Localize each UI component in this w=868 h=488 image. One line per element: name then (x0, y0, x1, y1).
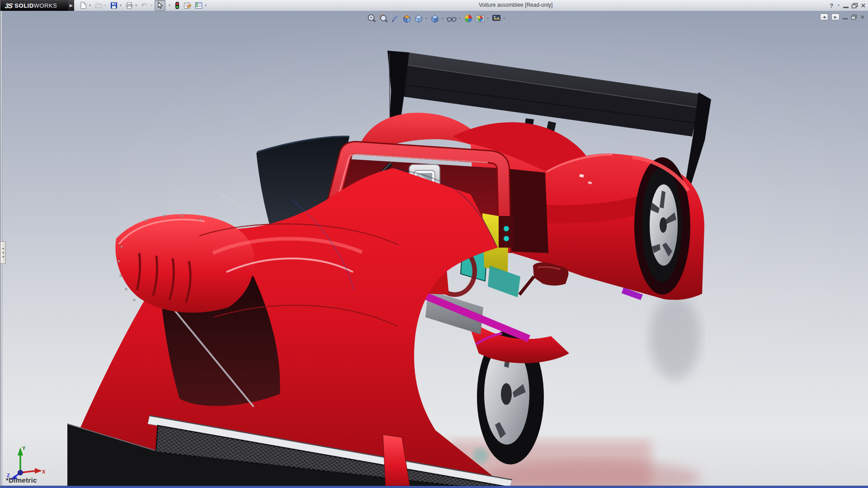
document-window-controls: ◀ ▶ ✕ (820, 14, 865, 20)
undo-button[interactable]: ▾ (139, 0, 155, 11)
options-checklist-icon (194, 1, 203, 9)
help-button[interactable]: ? (830, 2, 833, 9)
print-button[interactable]: ▾ (124, 0, 139, 11)
view-settings-caret-icon[interactable]: ▾ (502, 17, 506, 20)
options-dropdown-caret-icon[interactable]: ▾ (204, 4, 208, 7)
triad-y-label: Y (22, 446, 26, 451)
select-arrow-icon (156, 1, 164, 9)
save-dropdown-caret-icon[interactable]: ▾ (119, 4, 123, 7)
display-style-icon (430, 14, 440, 23)
zoom-to-fit-icon (367, 14, 377, 23)
main-toolbar: ▾ ▾ ▾ ▾ ▾ ▾ (78, 0, 209, 11)
solidworks-window: 3S SOLIDWORKS ▶ ▾ ▾ ▾ ▾ ▾ (0, 0, 868, 488)
apply-scene-icon (475, 14, 485, 23)
view-orientation-caret-icon[interactable]: ▾ (425, 17, 428, 20)
feature-pane-splitter-tab[interactable]: ◂ ◂ ◂ (0, 241, 6, 264)
collapse-pane-right-button[interactable]: ▶ (831, 14, 840, 20)
zoom-to-area-icon (378, 14, 388, 23)
hide-show-caret-icon[interactable]: ▾ (458, 17, 462, 20)
window-controls: ? ▾ ✕ (830, 0, 866, 11)
reference-triad: Y X Z (6, 445, 47, 480)
display-style-caret-icon[interactable]: ▾ (441, 17, 444, 20)
brand-name-bold: SOLID (14, 2, 33, 9)
brand-mark: 3S (5, 2, 13, 9)
status-bar-edge (0, 486, 868, 488)
solidworks-logo: 3S SOLIDWORKS (0, 0, 68, 11)
print-icon (125, 1, 133, 9)
undo-icon (141, 1, 149, 9)
edit-appearance-button[interactable] (462, 13, 474, 24)
open-button[interactable]: ▾ (93, 0, 108, 11)
document-close-button[interactable]: ✕ (860, 14, 865, 20)
open-folder-icon (94, 1, 103, 9)
save-button[interactable]: ▾ (108, 0, 124, 11)
open-dropdown-caret-icon[interactable]: ▾ (104, 4, 107, 7)
triad-x-label: X (42, 469, 46, 474)
collapse-arrow-icon: ◂ (2, 251, 4, 254)
view-settings-icon (491, 14, 501, 23)
note-pad-button[interactable] (182, 0, 193, 11)
section-view-button[interactable] (401, 13, 413, 24)
appearance-ball-icon (463, 14, 473, 23)
help-dropdown-caret-icon[interactable]: ▾ (837, 4, 840, 7)
view-orientation-icon (414, 14, 424, 23)
minimize-button[interactable] (843, 7, 849, 8)
document-minimize-button[interactable] (843, 18, 848, 19)
window-title: Voiture assomblee [Read-only] (479, 2, 552, 8)
heads-up-view-toolbar: ▾ ▾ ▾ ▾ ▾ (366, 13, 507, 24)
view-orientation-button[interactable]: ▾ (413, 13, 429, 24)
undo-dropdown-caret-icon[interactable]: ▾ (150, 4, 153, 7)
collapse-arrow-icon: ◂ (2, 247, 4, 250)
collapse-pane-left-button[interactable]: ◀ (820, 14, 828, 20)
new-document-button[interactable]: ▾ (78, 0, 93, 11)
document-restore-button[interactable] (851, 14, 857, 20)
select-dropdown-caret-icon[interactable]: ▾ (168, 4, 171, 7)
display-style-button[interactable]: ▾ (429, 13, 445, 24)
traffic-light-icon (174, 1, 180, 9)
print-dropdown-caret-icon[interactable]: ▾ (134, 4, 138, 7)
close-button[interactable]: ✕ (861, 2, 866, 9)
logo-overflow-chevron-icon[interactable]: ▶ (68, 0, 74, 11)
eyeglasses-icon (446, 14, 457, 23)
new-dropdown-caret-icon[interactable]: ▾ (88, 4, 92, 7)
zoom-to-fit-button[interactable] (366, 13, 377, 24)
apply-scene-caret-icon[interactable]: ▾ (486, 17, 490, 20)
note-pad-icon (183, 1, 192, 9)
view-orientation-label: *Dimetric (6, 476, 37, 484)
hide-show-items-button[interactable]: ▾ (445, 13, 462, 24)
graphics-viewport: ▾ ▾ ▾ ▾ ▾ ◀ ▶ (0, 11, 868, 486)
restore-button[interactable] (851, 3, 858, 9)
collapse-arrow-icon: ◂ (2, 255, 4, 258)
previous-view-icon (390, 14, 400, 23)
select-tool-button[interactable] (155, 0, 165, 11)
options-checklist-button[interactable]: ▾ (193, 0, 209, 11)
previous-view-button[interactable] (389, 13, 401, 24)
brand-name-light: WORKS (34, 2, 57, 9)
title-bar: 3S SOLIDWORKS ▶ ▾ ▾ ▾ ▾ ▾ (0, 0, 868, 11)
view-settings-button[interactable]: ▾ (491, 13, 507, 24)
traffic-light-button[interactable] (173, 0, 182, 11)
model-canvas-red-race-car[interactable] (0, 11, 868, 486)
zoom-to-area-button[interactable] (377, 13, 389, 24)
apply-scene-button[interactable]: ▾ (474, 13, 491, 24)
save-floppy-icon (110, 1, 118, 9)
select-dropdown-button[interactable]: ▾ (165, 0, 173, 11)
section-view-icon (402, 14, 412, 23)
new-document-icon (79, 1, 87, 9)
